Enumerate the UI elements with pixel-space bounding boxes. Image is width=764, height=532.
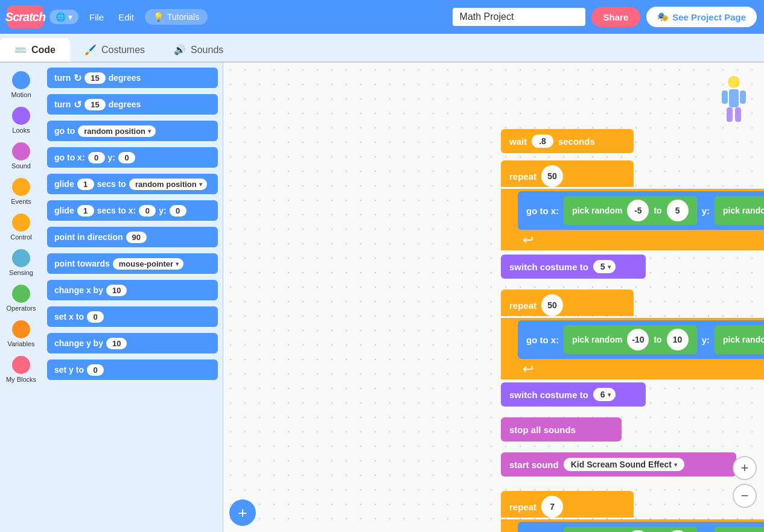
block-set-y-input[interactable]: 0 xyxy=(87,364,104,376)
file-menu[interactable]: File xyxy=(84,10,109,25)
sidebar-item-looks[interactable]: Looks xyxy=(0,103,42,138)
share-button[interactable]: Share xyxy=(591,7,641,27)
repeat-value-1[interactable]: 50 xyxy=(541,165,563,187)
zoom-in-button[interactable]: + xyxy=(733,456,757,480)
project-name-input[interactable] xyxy=(453,8,585,26)
costume-5-dropdown[interactable]: 5 ▾ xyxy=(593,260,616,273)
block-point-direction[interactable]: point in direction 90 xyxy=(47,227,218,247)
block-set-y[interactable]: set y to 0 xyxy=(47,359,218,380)
script-stop-sounds[interactable]: stop all sounds xyxy=(501,417,622,443)
costumes-tab-label: Costumes xyxy=(101,45,145,55)
sidebar-item-sensing[interactable]: Sensing xyxy=(0,245,42,280)
sensing-label: Sensing xyxy=(9,269,33,276)
block-turn-ccw[interactable]: turn ↺ 15 degrees xyxy=(47,94,218,115)
topbar: Scratch 🌐 ▾ File Edit 💡 Tutorials Share … xyxy=(0,0,764,34)
block-turn-cw[interactable]: turn ↻ 15 degrees xyxy=(47,68,218,88)
block-change-y-input[interactable]: 10 xyxy=(106,338,127,349)
block-point-towards[interactable]: point towards mouse-pointer ▾ xyxy=(47,253,218,274)
block-goto-xy[interactable]: go to x: 0 y: 0 xyxy=(47,147,218,168)
script-repeat-7[interactable]: repeat 7 go to x: pick random -50 to 50 … xyxy=(501,491,764,532)
block-change-x[interactable]: change x by 10 xyxy=(47,280,218,300)
sprite-character xyxy=(716,75,752,129)
pick-random-y1-1[interactable]: pick random -5 to 5 xyxy=(715,196,764,225)
events-label: Events xyxy=(11,198,31,205)
stop-sounds-label: stop all sounds xyxy=(509,425,576,435)
zoom-controls: + − xyxy=(733,456,757,508)
repeat-value-3[interactable]: 7 xyxy=(541,496,563,518)
operators-label: Operators xyxy=(7,305,36,312)
code-tab-label: Code xyxy=(31,45,56,55)
see-project-button[interactable]: 🎭 See Project Page xyxy=(646,7,757,27)
sidebar-item-myblocks[interactable]: My Blocks xyxy=(0,352,42,387)
block-change-y[interactable]: change y by 10 xyxy=(47,333,218,353)
wait-label: wait xyxy=(509,136,527,147)
pick-random-x1-1[interactable]: pick random -5 to 5 xyxy=(564,196,696,225)
block-glide-xy-y-input[interactable]: 0 xyxy=(170,205,186,217)
switch-costume-label-1: switch costume to xyxy=(509,262,588,272)
tabs-row: ⌨️ Code 🖌️ Costumes 🔊 Sounds xyxy=(0,34,764,63)
block-turn-cw-input[interactable]: 15 xyxy=(84,72,105,84)
add-extension-button[interactable]: + xyxy=(229,499,256,526)
script-repeat-50-1[interactable]: repeat 50 go to x: pick random -5 to 5 y… xyxy=(501,160,764,250)
block-glide-random-dropdown[interactable]: random position ▾ xyxy=(129,179,207,190)
script-start-sound[interactable]: start sound Kid Scream Sound Effect ▾ xyxy=(501,452,736,478)
scratch-logo[interactable]: Scratch xyxy=(7,5,43,28)
block-change-x-input[interactable]: 10 xyxy=(106,285,127,296)
sidebar-item-sound[interactable]: Sound xyxy=(0,139,42,173)
pick-random-x1-3[interactable]: pick random -50 to 50 xyxy=(564,527,696,532)
sidebar-item-events[interactable]: Events xyxy=(0,174,42,209)
sidebar-item-variables[interactable]: Variables xyxy=(0,317,42,351)
script-switch-costume-6[interactable]: switch costume to 6 ▾ xyxy=(501,382,646,408)
block-glide-xy[interactable]: glide 1 secs to x: 0 y: 0 xyxy=(47,200,218,221)
tutorials-button[interactable]: 💡 Tutorials xyxy=(145,9,208,25)
sidebar-item-control[interactable]: Control xyxy=(0,210,42,244)
script-repeat-50-2[interactable]: repeat 50 go to x: pick random -10 to 10… xyxy=(501,290,764,379)
block-turn-ccw-input[interactable]: 15 xyxy=(84,99,105,110)
curve-arrow-2: ↩ xyxy=(518,361,764,377)
edit-menu[interactable]: Edit xyxy=(113,10,139,25)
block-direction-input[interactable]: 90 xyxy=(126,232,147,243)
sidebar-item-operators[interactable]: Operators xyxy=(0,281,42,315)
repeat-label-1: repeat xyxy=(509,171,536,182)
blocks-panel: turn ↻ 15 degrees turn ↺ 15 degrees go t… xyxy=(42,63,223,532)
y-label-2: y: xyxy=(702,335,710,345)
zoom-out-button[interactable]: − xyxy=(733,484,757,508)
tutorials-icon: 💡 xyxy=(153,12,164,22)
repeat-label-3: repeat xyxy=(509,502,536,512)
tab-costumes[interactable]: 🖌️ Costumes xyxy=(70,38,159,62)
tab-sounds[interactable]: 🔊 Sounds xyxy=(159,38,238,62)
sound-dropdown[interactable]: Kid Scream Sound Effect ▾ xyxy=(564,458,684,471)
block-goto-random-dropdown[interactable]: random position ▾ xyxy=(78,125,156,137)
see-project-label: See Project Page xyxy=(672,12,746,22)
block-glide-xy-x-input[interactable]: 0 xyxy=(139,205,156,217)
seconds-label: seconds xyxy=(558,136,595,147)
topbar-menu: File Edit xyxy=(84,10,139,25)
block-goto-x-input[interactable]: 0 xyxy=(88,152,105,163)
globe-button[interactable]: 🌐 ▾ xyxy=(49,10,78,24)
pick-random-y1-2[interactable]: pick random -10 to 10 xyxy=(715,325,764,354)
block-towards-dropdown[interactable]: mouse-pointer ▾ xyxy=(113,258,183,270)
costumes-tab-icon: 🖌️ xyxy=(84,44,97,55)
wait-value[interactable]: .8 xyxy=(532,135,553,148)
block-goto-random[interactable]: go to random position ▾ xyxy=(47,121,218,141)
costume-6-dropdown[interactable]: 6 ▾ xyxy=(593,388,616,401)
block-set-x[interactable]: set x to 0 xyxy=(47,306,218,327)
svg-rect-1 xyxy=(729,89,739,107)
switch-costume-label-2: switch costume to xyxy=(509,390,588,400)
tab-code[interactable]: ⌨️ Code xyxy=(0,38,70,62)
script-switch-costume-5[interactable]: switch costume to 5 ▾ xyxy=(501,255,646,280)
block-goto-y-input[interactable]: 0 xyxy=(118,152,135,163)
block-glide-xy-secs-input[interactable]: 1 xyxy=(77,205,94,217)
sounds-tab-icon: 🔊 xyxy=(174,44,186,55)
block-glide-secs-input[interactable]: 1 xyxy=(77,179,94,190)
script-wait-block[interactable]: wait .8 seconds xyxy=(501,129,634,155)
block-glide-random[interactable]: glide 1 secs to random position ▾ xyxy=(47,174,218,194)
repeat-value-2[interactable]: 50 xyxy=(541,294,563,316)
sounds-tab-label: Sounds xyxy=(191,45,223,55)
sidebar-item-motion[interactable]: Motion xyxy=(0,68,42,102)
pick-random-y1-3[interactable]: pick random -50 to 50 xyxy=(715,527,764,532)
block-set-x-input[interactable]: 0 xyxy=(87,311,104,323)
pick-random-x1-2[interactable]: pick random -10 to 10 xyxy=(564,325,696,354)
variables-label: Variables xyxy=(7,340,34,347)
tutorials-label: Tutorials xyxy=(167,12,199,22)
